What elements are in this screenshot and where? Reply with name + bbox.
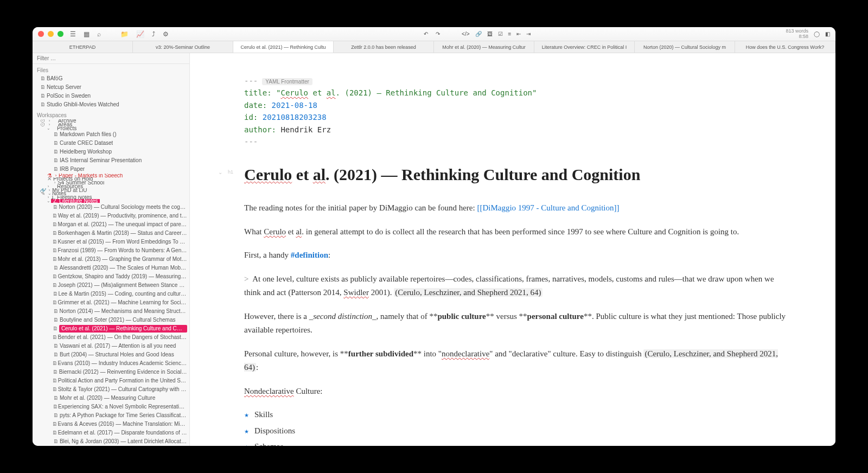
file-item[interactable]: 🗎Alessandretti (2020) — The Scales of Hu… xyxy=(33,264,189,272)
file-item[interactable]: 🗎Way et al. (2019) — Productivity, promi… xyxy=(33,212,189,220)
search-icon[interactable]: ⌕ xyxy=(97,30,101,38)
flask-icon: ⚗ xyxy=(46,174,53,177)
file-item[interactable]: 🗎Kusner et al (2015) — From Word Embeddi… xyxy=(33,238,189,246)
file-item[interactable]: 🗎Biernacki (2012) — Reinventing Evidence… xyxy=(33,368,189,376)
toolbar-left: ☰ ▦ ⌕ 📁 📈 ⤴ ⚙ xyxy=(70,30,169,38)
file-icon: 🗎 xyxy=(52,386,58,393)
tab[interactable]: Mohr et al. (2020) — Measuring Cultur xyxy=(434,41,534,53)
file-icon: 🗎 xyxy=(52,351,60,359)
blockquote: > At one level, culture exists as public… xyxy=(244,272,792,300)
filter-input[interactable] xyxy=(37,55,185,61)
file-item[interactable]: 🗎Evans & Aceves (2016) — Machine Transla… xyxy=(33,420,189,429)
workspace-phd[interactable]: 🔗›My PhD at LiU xyxy=(33,188,189,192)
file-icon: 🗎 xyxy=(39,75,47,82)
file-item[interactable]: 🗎Mohr et al. (2020) — Measuring Culture xyxy=(33,394,189,402)
close-icon[interactable] xyxy=(38,31,44,37)
settings-icon[interactable]: ⚙ xyxy=(163,30,169,38)
workspace-projects-hold[interactable]: ✕Projects on Hold xyxy=(33,177,189,181)
file-item[interactable]: 🗎Lee & Martin (2015) — Coding, counting … xyxy=(33,290,189,298)
file-item[interactable]: 🗎Studio Ghibli-Movies Watched xyxy=(33,100,189,109)
workspace-notes[interactable]: ✎⌄Notes xyxy=(33,192,189,196)
pomodoro-icon[interactable]: ◯ xyxy=(814,31,820,37)
file-item[interactable]: 🗎Blei, Ng & Jordan (2003) — Latent Diric… xyxy=(33,437,189,446)
file-item[interactable]: 🗎Heidelberg Workshop xyxy=(33,148,189,156)
workspace-projects[interactable]: ⌄__Projects xyxy=(33,126,189,130)
prev-icon[interactable]: ↶ xyxy=(424,31,428,37)
task-icon[interactable]: ☑ xyxy=(498,31,503,37)
file-item[interactable]: 🗎Edelmann et al. (2017) — Disparate foun… xyxy=(33,429,189,437)
editor[interactable]: ---YAML Frontmatter title: "Cerulo et al… xyxy=(190,53,835,446)
workspace-areas[interactable]: ⏱›__Areas xyxy=(33,123,189,127)
file-item[interactable]: 🗎Norton (2020) — Cultural Sociology meet… xyxy=(33,203,189,212)
link-icon: 🔗 xyxy=(39,188,47,192)
file-item[interactable]: 🗎Cerulo et al. (2021) — Rethinking Cultu… xyxy=(33,324,189,333)
file-item[interactable]: 🗎Burt (2004) — Structural Holes and Good… xyxy=(33,350,189,359)
wikilink[interactable]: [[DiMaggio 1997 - Culture and Cognition]… xyxy=(477,203,619,212)
file-icon: 🗎 xyxy=(52,420,58,428)
link-icon[interactable]: 🔗 xyxy=(475,31,482,37)
tab[interactable]: Literature Overview: CREC in Political I xyxy=(534,41,635,53)
file-item[interactable]: 🗎Political Action and Party Formation in… xyxy=(33,376,189,385)
tab[interactable]: ETHERPAD xyxy=(33,41,133,53)
indent-left-icon[interactable]: ⇤ xyxy=(516,31,521,37)
file-item[interactable]: 🗎Grimmer et al. (2021) — Machine Learnin… xyxy=(33,298,189,307)
file-item[interactable]: 🗎Stoltz & Taylor (2021) — Cultural Carto… xyxy=(33,385,189,394)
file-icon: 🗎 xyxy=(52,282,58,289)
file-item[interactable]: 🗎Evans (2010) — Industry Induces Academi… xyxy=(33,359,189,368)
share-icon[interactable]: ⤴ xyxy=(152,30,155,38)
workspace-archive[interactable]: ⏱›__Archive xyxy=(33,119,189,123)
chevron-down-icon[interactable]: ⌄ xyxy=(218,169,222,175)
folder-fleeting[interactable]: ›1. Fleeting Notes xyxy=(33,196,189,200)
tabs: ETHERPADv3: 20%-Seminar OutlineCerulo et… xyxy=(33,41,835,53)
file-item[interactable]: 🗎Markdown Patch files () xyxy=(33,130,189,139)
file-item[interactable]: 🗎Morgan et al. (2021) — The unequal impa… xyxy=(33,220,189,229)
file-item[interactable]: 🗎Vaswani et al. (2017) — Attention is al… xyxy=(33,342,189,350)
file-item[interactable]: 🗎Curate CREC Dataset xyxy=(33,139,189,148)
image-icon[interactable]: 🖼 xyxy=(487,31,493,37)
file-item[interactable]: 🗎Mohr et al. (2013) — Graphing the Gramm… xyxy=(33,255,189,264)
next-icon[interactable]: ↷ xyxy=(436,31,440,37)
workspace-s4[interactable]: ›S4 Summer School xyxy=(33,181,189,185)
file-item[interactable]: 🗎BAföG xyxy=(33,74,189,83)
minimize-icon[interactable] xyxy=(48,31,54,37)
stats-icon[interactable]: 📈 xyxy=(136,30,144,38)
tab[interactable]: Norton (2020) — Cultural Sociology m xyxy=(635,41,735,53)
file-item[interactable]: 🗎Norton (2014) — Mechanisms and Meaning … xyxy=(33,307,189,316)
file-item[interactable]: 🗎IRB Paper xyxy=(33,165,189,174)
file-item[interactable]: 🗎Bender et al. (2021) — On the Dangers o… xyxy=(33,333,189,342)
file-item[interactable]: 🗎Boutyline and Soter (2021) — Cultural S… xyxy=(33,316,189,324)
layout-icon[interactable]: ▦ xyxy=(84,30,90,38)
list-item: Dispositions xyxy=(244,424,792,438)
file-item[interactable]: 🗎Franzosi (1989) — From Words to Numbers… xyxy=(33,246,189,255)
workspace-resources[interactable]: ›__Resources xyxy=(33,184,189,188)
right-panel-icon[interactable]: ◧ xyxy=(825,31,830,37)
edit-icon: ✎ xyxy=(39,192,47,196)
list-icon[interactable]: ≡ xyxy=(508,31,512,37)
close-icon: ✕ xyxy=(46,177,53,181)
file-item[interactable]: 🗎Netcup Server xyxy=(33,83,189,92)
sidebar-toggle-icon[interactable]: ☰ xyxy=(70,30,76,38)
workspace-paper-markets[interactable]: ⚗›Paper - Markets in Speech xyxy=(33,174,189,177)
file-item[interactable]: 🗎pyts: A Python Package for Time Series … xyxy=(33,411,189,420)
tab[interactable]: How does the U.S. Congress Work? xyxy=(735,41,835,53)
citation[interactable]: (Cerulo, Leschziner, and Shepherd 2021, … xyxy=(394,288,542,297)
file-icon: 🗎 xyxy=(52,290,59,298)
bullet-list: SkillsDispositionsSchemasPrototypes xyxy=(244,408,792,446)
file-item[interactable]: 🗎Gentzkow, Shapiro and Taddy (2019) — Me… xyxy=(33,272,189,281)
file-item[interactable]: 🗎Experiencing SAX: a Novel Symbolic Repr… xyxy=(33,402,189,411)
maximize-icon[interactable] xyxy=(58,31,63,37)
file-item[interactable]: 🗎PolSoc in Sweden xyxy=(33,92,189,100)
code-icon[interactable]: </> xyxy=(462,31,469,37)
file-icon: 🗎 xyxy=(52,308,60,315)
tab[interactable]: Zettlr 2.0.0 has been released xyxy=(334,41,434,53)
tag[interactable]: #definition xyxy=(291,251,328,259)
folder-literature[interactable]: ⌄2. Literature Notes xyxy=(33,199,189,203)
tab[interactable]: Cerulo et al. (2021) — Rethinking Cultu xyxy=(233,41,334,53)
file-item[interactable]: 🗎Joseph (2021) — (Mis)alignment Between … xyxy=(33,281,189,290)
list-item: Skills xyxy=(244,408,792,422)
file-item[interactable]: 🗎IAS Internal Seminar Presentation xyxy=(33,156,189,165)
file-item[interactable]: 🗎Borkenhagen & Martin (2018) — Status an… xyxy=(33,229,189,238)
tab[interactable]: v3: 20%-Seminar Outline xyxy=(133,41,233,53)
folder-icon[interactable]: 📁 xyxy=(120,30,129,38)
indent-right-icon[interactable]: ⇥ xyxy=(526,31,531,37)
